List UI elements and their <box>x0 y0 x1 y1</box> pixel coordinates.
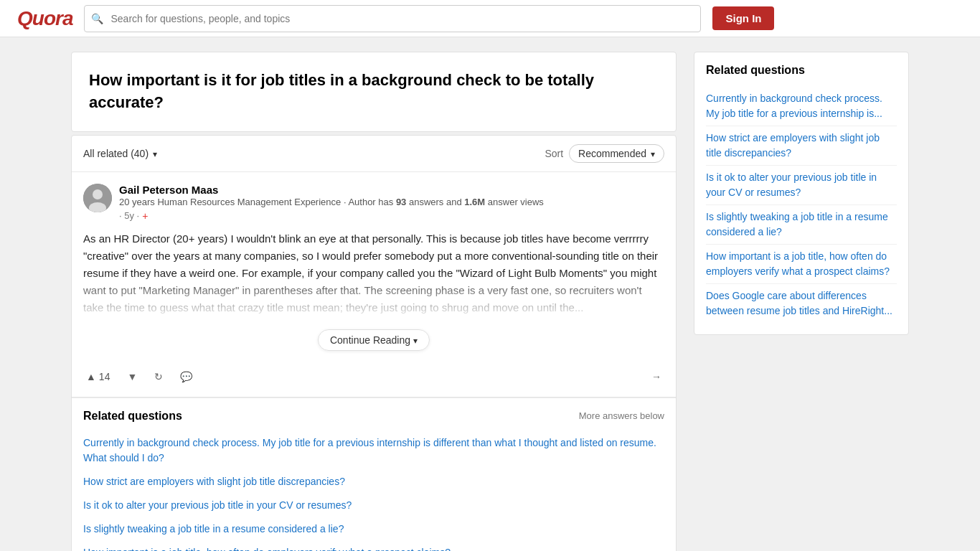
reshare-icon: ↻ <box>154 371 163 382</box>
sort-chevron-icon <box>651 148 655 159</box>
search-input[interactable] <box>84 5 701 32</box>
search-container: 🔍 <box>84 5 701 32</box>
sort-container: Sort Recommended <box>545 144 664 163</box>
sort-dropdown[interactable]: Recommended <box>569 144 664 163</box>
header: Quora 🔍 Sign In <box>0 0 980 37</box>
comment-icon: 💬 <box>180 371 192 382</box>
bio-prefix: 20 years Human Resources Management Expe… <box>119 197 396 207</box>
sign-in-button[interactable]: Sign In <box>712 6 774 30</box>
quora-logo[interactable]: Quora <box>17 7 72 30</box>
avatar <box>83 184 112 212</box>
more-answers-label: More answers below <box>579 410 664 421</box>
sort-value: Recommended <box>578 148 646 159</box>
continue-reading-chevron-icon <box>413 334 418 346</box>
vote-count: 14 <box>99 371 110 382</box>
left-content: How important is it for job titles in a … <box>71 52 677 551</box>
inline-related-questions: Related questions More answers below Cur… <box>72 397 676 551</box>
author-info: Gail Peterson Maas 20 years Human Resour… <box>119 184 664 222</box>
sidebar-title: Related questions <box>706 64 897 77</box>
share-button[interactable]: → <box>649 368 664 385</box>
search-icon: 🔍 <box>91 13 103 24</box>
reshare-button[interactable]: ↻ <box>151 368 166 385</box>
answers-section: All related (40) Sort Recommended <box>71 135 677 551</box>
bio-answers-count: 93 <box>396 197 406 207</box>
answer-actions: ▲ 14 ▼ ↻ 💬 → <box>83 362 664 385</box>
inline-related-link-4[interactable]: Is slightly tweaking a job title in a re… <box>83 517 664 541</box>
continue-reading-button[interactable]: Continue Reading <box>318 329 430 351</box>
author-time: · 5y · <box>119 210 139 221</box>
answers-header: All related (40) Sort Recommended <box>72 136 676 172</box>
inline-related-link-5[interactable]: How important is a job title, how often … <box>83 541 664 551</box>
filter-chevron-icon <box>153 148 157 159</box>
author-bio: 20 years Human Resources Management Expe… <box>119 196 664 209</box>
inline-related-link-2[interactable]: How strict are employers with slight job… <box>83 470 664 494</box>
downvote-button[interactable]: ▼ <box>124 368 140 385</box>
sidebar-link-6[interactable]: Does Google care about differences betwe… <box>706 284 897 323</box>
inline-related-header: Related questions More answers below <box>83 410 664 423</box>
sort-label: Sort <box>545 148 563 159</box>
inline-related-link-1[interactable]: Currently in background check process. M… <box>83 431 664 470</box>
upvote-button[interactable]: ▲ 14 <box>83 368 113 385</box>
sidebar-link-5[interactable]: How important is a job title, how often … <box>706 245 897 284</box>
answer-item: Gail Peterson Maas 20 years Human Resour… <box>72 172 676 397</box>
comment-button[interactable]: 💬 <box>177 368 195 385</box>
main-layout: How important is it for job titles in a … <box>60 37 920 551</box>
all-related-filter[interactable]: All related (40) <box>83 148 157 159</box>
question-title: How important is it for job titles in a … <box>89 70 659 114</box>
right-sidebar: Related questions Currently in backgroun… <box>694 52 909 551</box>
sidebar-card: Related questions Currently in backgroun… <box>694 52 909 335</box>
author-name[interactable]: Gail Peterson Maas <box>119 184 664 196</box>
sidebar-link-4[interactable]: Is slightly tweaking a job title in a re… <box>706 205 897 245</box>
question-card: How important is it for job titles in a … <box>71 52 677 132</box>
sidebar-link-2[interactable]: How strict are employers with slight job… <box>706 126 897 166</box>
inline-related-link-3[interactable]: Is it ok to alter your previous job titl… <box>83 494 664 517</box>
bio-mid: answers and <box>406 197 464 207</box>
all-related-label: All related (40) <box>83 148 149 159</box>
sidebar-link-1[interactable]: Currently in background check process. M… <box>706 87 897 126</box>
plus-badge: + <box>142 210 148 222</box>
inline-related-title: Related questions <box>83 410 182 423</box>
svg-point-1 <box>93 189 103 199</box>
downvote-icon: ▼ <box>127 371 137 382</box>
answer-text: As an HR Director (20+ years) I wouldn't… <box>83 230 664 316</box>
author-row: Gail Peterson Maas 20 years Human Resour… <box>83 184 664 222</box>
sidebar-link-3[interactable]: Is it ok to alter your previous job titl… <box>706 166 897 205</box>
answer-text-wrapper: As an HR Director (20+ years) I wouldn't… <box>83 230 664 316</box>
upvote-icon: ▲ <box>86 371 96 382</box>
bio-suffix: answer views <box>485 197 544 207</box>
author-meta: · 5y · + <box>119 210 664 222</box>
bio-views-count: 1.6M <box>464 197 485 207</box>
continue-reading-label: Continue Reading <box>330 334 410 346</box>
share-icon: → <box>651 371 661 382</box>
